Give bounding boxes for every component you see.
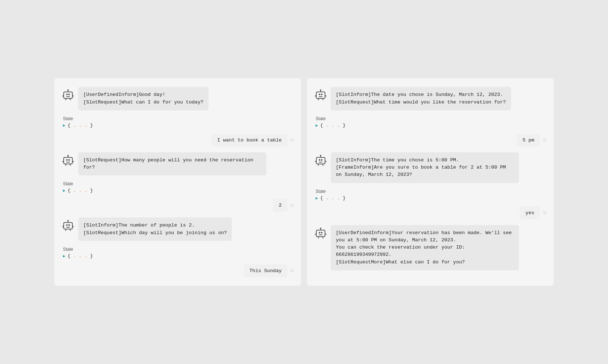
right-bot-message-row-3: [UserDefinedInform]Your reservation has … bbox=[314, 225, 546, 270]
svg-rect-30 bbox=[316, 92, 325, 98]
svg-point-25 bbox=[67, 220, 69, 221]
main-container: [UserDefinedInform]Good day! [SlotReques… bbox=[54, 78, 554, 286]
svg-rect-0 bbox=[64, 92, 72, 98]
user-bubble-2: 2 bbox=[273, 199, 287, 212]
right-user-bubble-2: yes bbox=[520, 207, 540, 219]
svg-rect-43 bbox=[319, 162, 322, 162]
svg-rect-2 bbox=[68, 94, 70, 95]
svg-point-55 bbox=[320, 228, 321, 229]
svg-rect-31 bbox=[319, 94, 320, 95]
smiley-icon-1: ☺ bbox=[290, 137, 294, 143]
bot-message-row: [UserDefinedInform]Good day! [SlotReques… bbox=[62, 87, 294, 110]
svg-rect-40 bbox=[316, 157, 325, 164]
right-state-arrow-1: ▶ bbox=[316, 123, 318, 128]
bot-bubble-1: [UserDefinedInform]Good day! [SlotReques… bbox=[78, 87, 208, 110]
svg-rect-33 bbox=[319, 96, 322, 97]
right-bot-bubble-1: [SlotInform]The date you chose is Sunday… bbox=[331, 87, 511, 110]
svg-rect-12 bbox=[68, 159, 70, 161]
svg-point-5 bbox=[67, 89, 69, 91]
user-message-row-2: 2 ☺ bbox=[62, 199, 294, 212]
svg-rect-52 bbox=[321, 232, 322, 233]
svg-rect-20 bbox=[64, 223, 72, 229]
robot-icon-2 bbox=[62, 154, 75, 167]
bot-bubble-2: [SlotRequest]How many people will you ne… bbox=[78, 152, 266, 176]
smiley-icon-2: ☺ bbox=[290, 202, 294, 209]
svg-rect-53 bbox=[319, 234, 322, 235]
svg-rect-11 bbox=[66, 159, 68, 161]
right-bot-bubble-2: [SlotInform]The time you chose is 5:00 P… bbox=[331, 152, 519, 183]
user-message-row-1: I want to book a table ☺ bbox=[62, 134, 294, 147]
right-bot-message-row-2: [SlotInform]The time you chose is 5:00 P… bbox=[314, 152, 546, 183]
svg-point-35 bbox=[320, 89, 321, 91]
robot-icon-r3 bbox=[314, 227, 327, 240]
right-state-json-2: { . . . } bbox=[320, 195, 346, 201]
right-state-json-1: { . . . } bbox=[320, 123, 346, 128]
state-block-3: State ▶ { . . . } bbox=[62, 247, 294, 259]
state-block-1: State ▶ { . . . } bbox=[62, 116, 294, 128]
svg-rect-21 bbox=[66, 224, 68, 226]
svg-point-45 bbox=[320, 155, 321, 156]
robot-icon-r1 bbox=[314, 88, 327, 101]
svg-rect-42 bbox=[321, 159, 322, 161]
smiley-icon-3: ☺ bbox=[290, 267, 294, 274]
bot-message-row-3: [SlotInform]The number of people is 2. [… bbox=[62, 217, 294, 241]
right-smiley-icon-2: ☺ bbox=[543, 209, 546, 216]
right-state-arrow-2: ▶ bbox=[316, 196, 318, 200]
state-json-2: { . . . } bbox=[68, 188, 93, 193]
bot-message-row-2: [SlotRequest]How many people will you ne… bbox=[62, 152, 294, 176]
state-arrow-1: ▶ bbox=[63, 123, 66, 128]
bot-bubble-3: [SlotInform]The number of people is 2. [… bbox=[78, 217, 232, 241]
user-message-row-3: This Sunday ☺ bbox=[62, 264, 294, 277]
svg-rect-10 bbox=[64, 157, 72, 164]
robot-icon-r2 bbox=[314, 154, 327, 167]
right-state-block-2: State ▶ { . . . } bbox=[314, 189, 546, 201]
svg-rect-41 bbox=[319, 159, 320, 161]
right-user-bubble-1: 5 pm bbox=[517, 134, 540, 147]
right-smiley-icon-1: ☺ bbox=[543, 137, 546, 143]
user-bubble-3: This Sunday bbox=[244, 264, 287, 277]
state-arrow-3: ▶ bbox=[63, 254, 66, 258]
robot-icon bbox=[62, 88, 75, 101]
state-json-1: { . . . } bbox=[68, 123, 93, 128]
state-block-2: State ▶ { . . . } bbox=[62, 181, 294, 193]
svg-point-15 bbox=[67, 155, 69, 156]
state-arrow-2: ▶ bbox=[63, 188, 66, 193]
svg-rect-22 bbox=[68, 224, 70, 226]
svg-rect-13 bbox=[66, 162, 70, 162]
right-state-block-1: State ▶ { . . . } bbox=[314, 116, 546, 128]
svg-rect-50 bbox=[316, 230, 325, 237]
right-user-message-row-2: yes ☺ bbox=[314, 207, 546, 219]
left-panel: [UserDefinedInform]Good day! [SlotReques… bbox=[54, 78, 301, 286]
svg-rect-1 bbox=[66, 94, 68, 95]
right-user-message-row-1: 5 pm ☺ bbox=[314, 134, 546, 147]
svg-rect-3 bbox=[66, 96, 70, 97]
svg-rect-32 bbox=[321, 94, 322, 95]
right-panel: [SlotInform]The date you chose is Sunday… bbox=[307, 78, 554, 286]
right-bot-message-row-1: [SlotInform]The date you chose is Sunday… bbox=[314, 87, 546, 110]
robot-icon-3 bbox=[62, 219, 75, 232]
state-json-3: { . . . } bbox=[68, 253, 93, 259]
svg-rect-51 bbox=[319, 232, 320, 233]
svg-rect-23 bbox=[66, 227, 70, 228]
right-bot-bubble-3: [UserDefinedInform]Your reservation has … bbox=[331, 225, 519, 270]
user-bubble-1: I want to book a table bbox=[211, 134, 287, 147]
